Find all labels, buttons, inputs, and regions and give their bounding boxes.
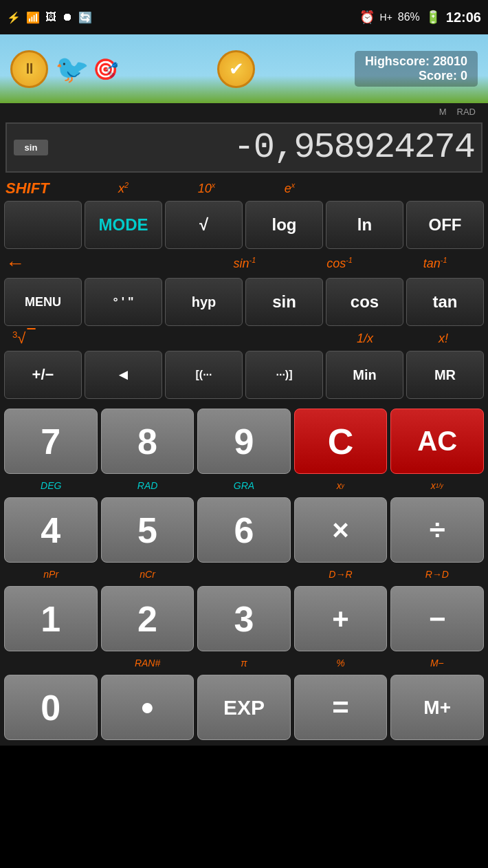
- tan-button[interactable]: tan: [406, 278, 484, 326]
- exp-button[interactable]: EXP: [197, 675, 291, 740]
- ad-check-button[interactable]: ✔: [217, 50, 255, 88]
- trig-row: MENU ° ' " hyp sin cos tan: [0, 276, 488, 328]
- menu-button[interactable]: MENU: [4, 278, 82, 326]
- minus-button[interactable]: −: [390, 586, 484, 651]
- display-top-labels: M RAD: [0, 103, 488, 117]
- multiply-button[interactable]: ×: [294, 497, 388, 563]
- x-squared-label: x2: [118, 181, 129, 196]
- m-minus-label: M−: [390, 653, 484, 673]
- ad-pause-button[interactable]: ⏸: [10, 50, 48, 88]
- all-clear-button[interactable]: AC: [390, 409, 484, 474]
- off-button[interactable]: OFF: [406, 201, 484, 249]
- pi-label: π: [197, 653, 291, 673]
- ad-bird-image: 🐦: [55, 53, 89, 85]
- gra-label[interactable]: GRA: [197, 476, 291, 495]
- sin-button[interactable]: sin: [245, 278, 323, 326]
- ran-label: RAN#: [100, 653, 194, 673]
- equals-button[interactable]: =: [294, 675, 388, 740]
- cos-button[interactable]: cos: [326, 278, 403, 326]
- mr-button[interactable]: MR: [406, 351, 484, 399]
- plusminus-button[interactable]: +/−: [4, 351, 82, 399]
- degree-button[interactable]: ° ' ": [85, 278, 162, 326]
- cube-root-label: 3√: [5, 329, 247, 347]
- sin-inv-label: sin-1: [234, 256, 256, 271]
- ad-banner: ⏸ 🐦 🎯 ✔ Highscore: 28010 Score: 0: [0, 34, 488, 103]
- backspace-button[interactable]: ◄: [85, 351, 162, 399]
- stat-label-row: nPr nCr D→R R→D: [0, 565, 488, 584]
- divide-button[interactable]: ÷: [390, 497, 484, 563]
- bracket-row: +/− ◄ [(··· ···)] Min MR: [0, 349, 488, 401]
- clear-button[interactable]: C: [294, 409, 388, 474]
- npr-label: nPr: [4, 565, 98, 584]
- inv-labels: sin-1 cos-1 tan-1: [198, 256, 483, 271]
- back-arrow-icon[interactable]: ←: [5, 252, 25, 274]
- ten-x-label: 10x: [198, 181, 215, 196]
- min-button[interactable]: Min: [326, 351, 403, 399]
- button-9[interactable]: 9: [197, 409, 291, 474]
- m-plus-button[interactable]: M+: [390, 675, 484, 740]
- cos-inv-label: cos-1: [326, 256, 353, 271]
- ad-score: Score: 0: [365, 69, 467, 83]
- shift-label[interactable]: SHIFT: [5, 180, 49, 197]
- image-icon: 🖼: [45, 11, 56, 23]
- button-5[interactable]: 5: [101, 497, 195, 563]
- alarm-icon: ⏰: [359, 10, 375, 25]
- decimal-button[interactable]: •: [101, 675, 195, 740]
- tan-inv-label: tan-1: [423, 256, 447, 271]
- function-row-1: MODE √ log ln OFF: [0, 199, 488, 251]
- log-button[interactable]: log: [245, 201, 323, 249]
- ad-highscore: Highscore: 28010: [365, 54, 467, 69]
- button-8[interactable]: 8: [101, 409, 195, 474]
- ad-score-display: Highscore: 28010 Score: 0: [355, 51, 478, 87]
- x1y-label: x1/y: [390, 476, 484, 495]
- spacer-label: [197, 565, 291, 584]
- wifi-icon: 📶: [26, 11, 40, 24]
- close-bracket-button[interactable]: ···)]: [245, 351, 323, 399]
- plus-button[interactable]: +: [294, 586, 388, 651]
- sqrt-button[interactable]: √: [165, 201, 243, 249]
- spacer-label2: [4, 653, 98, 673]
- button-7[interactable]: 7: [4, 409, 98, 474]
- e-x-label: ex: [285, 181, 295, 196]
- x-factorial-label: x!: [404, 332, 483, 346]
- button-1[interactable]: 1: [4, 586, 98, 651]
- spacer-1: [0, 401, 488, 406]
- percent-label: %: [293, 653, 387, 673]
- button-4[interactable]: 4: [4, 497, 98, 563]
- button-3[interactable]: 3: [197, 586, 291, 651]
- usb-icon: ⚡: [7, 11, 21, 24]
- calculator: M RAD sin -0,958924274 SHIFT x2 10x ex M…: [0, 103, 488, 746]
- blank-button[interactable]: [4, 201, 82, 249]
- ad-slingshot: 🎯: [93, 57, 118, 81]
- m-indicator: M: [439, 107, 447, 117]
- display-area: sin -0,958924274: [5, 122, 483, 173]
- mode-button[interactable]: MODE: [85, 201, 162, 249]
- clock: 12:06: [446, 10, 481, 25]
- num-row-2: 4 5 6 × ÷: [0, 495, 488, 565]
- status-bar: ⚡ 📶 🖼 ⏺ 🔄 ⏰ H+ 86% 🔋 12:06: [0, 0, 488, 34]
- mode-label-row: DEG RAD GRA xy x1/y: [0, 476, 488, 495]
- circle-icon: ⏺: [62, 11, 73, 23]
- ncr-label: nCr: [100, 565, 194, 584]
- three-sqrt-row: 3√ 1/x x!: [0, 328, 488, 349]
- status-icons-left: ⚡ 📶 🖼 ⏺ 🔄: [7, 11, 92, 24]
- inv-spacer: ←: [5, 252, 195, 274]
- inverse-row: ← sin-1 cos-1 tan-1: [0, 251, 488, 276]
- deg-label[interactable]: DEG: [4, 476, 98, 495]
- rad-label[interactable]: RAD: [100, 476, 194, 495]
- open-bracket-button[interactable]: [(···: [165, 351, 243, 399]
- ln-button[interactable]: ln: [326, 201, 403, 249]
- button-6[interactable]: 6: [197, 497, 291, 563]
- refresh-icon: 🔄: [78, 11, 92, 24]
- xy-label: xy: [293, 476, 387, 495]
- hyp-button[interactable]: hyp: [165, 278, 243, 326]
- one-over-x-label: 1/x: [326, 332, 404, 346]
- signal-icon: H+: [380, 12, 392, 23]
- extra-label-row: RAN# π % M−: [0, 653, 488, 673]
- button-2[interactable]: 2: [101, 586, 195, 651]
- battery-level: 86%: [398, 11, 420, 23]
- button-0[interactable]: 0: [4, 675, 98, 740]
- num-row-3: 1 2 3 + −: [0, 584, 488, 653]
- num-row-4: 0 • EXP = M+: [0, 673, 488, 746]
- num-row-1: 7 8 9 C AC: [0, 406, 488, 476]
